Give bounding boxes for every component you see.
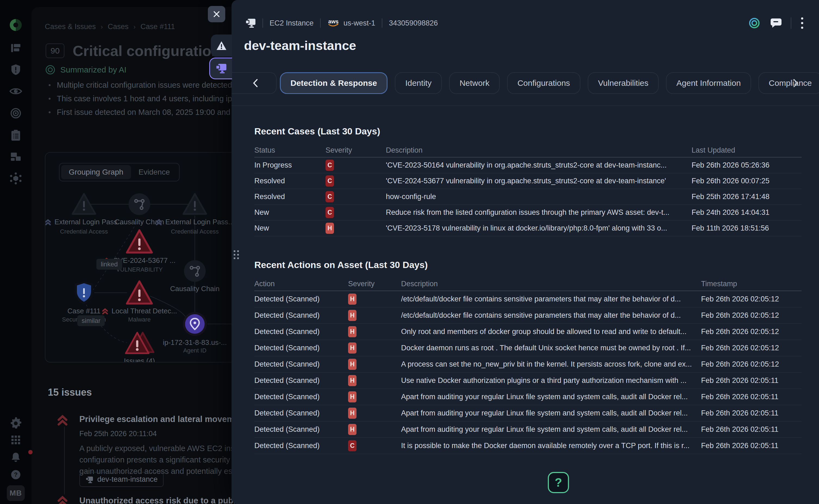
sidebar-item-settings[interactable] [10,417,22,429]
user-avatar[interactable]: MB [7,485,25,501]
issue-timestamp: Feb 25th 2026 20:11:04 [79,430,157,438]
table-row[interactable]: NewH'CVE-2023-5178 vulnerability in linu… [254,221,802,236]
description-cell: 'CVE-2023-5178 vulnerability in linux at… [386,224,692,232]
ai-assistant-icon[interactable] [747,16,761,30]
tab-detection-response[interactable]: Detection & Response [280,72,387,94]
graph-node-issues[interactable] [123,330,156,356]
table-row[interactable]: ResolvedC'CVE-2024-53677 vulnerability i… [254,173,802,189]
breadcrumb-cases[interactable]: Cases [108,23,129,31]
more-options-icon[interactable] [800,16,804,30]
timestamp-cell: Feb 26th 2026 02:05:12 [701,344,802,352]
tab-network[interactable]: Network [449,72,500,94]
status-cell: New [254,224,325,232]
graph-node-causality[interactable] [127,192,151,216]
sidebar-item-inventory[interactable] [10,152,22,162]
tabs-scroll-left-button[interactable] [247,72,263,94]
timestamp-cell: Feb 26th 2026 02:05:11 [701,425,802,434]
sidebar-item-compliance[interactable] [11,129,21,141]
asset-tag-chip[interactable]: dev-team-instance [79,472,164,487]
severity-cell: C [325,175,386,187]
sidebar-item-apps[interactable] [10,434,21,445]
column-header: Severity [325,146,386,155]
tab-vulnerabilities[interactable]: Vulnerabilities [588,72,659,94]
table-row[interactable]: Detected (Scanned)HUse native Docker aut… [254,373,802,389]
table-row[interactable]: Detected (Scanned)HApart from auditing y… [254,389,802,405]
graph-node-causality[interactable] [183,259,207,283]
divider [791,17,791,29]
table-row[interactable]: Detected (Scanned)HApart from auditing y… [254,421,802,438]
severity-chevrons-icon [57,495,68,504]
table-row[interactable]: ResolvedChow-config-ruleFeb 25th 2026 17… [254,189,802,205]
sidebar-item-attack-surface[interactable] [10,172,22,185]
table-row[interactable]: Detected (Scanned)HA process can set the… [254,356,802,373]
graph-node-malware[interactable] [124,279,155,306]
action-cell: Detected (Scanned) [254,442,348,450]
drawer-side-tab-alert[interactable] [211,34,232,57]
table-row[interactable]: Detected (Scanned)HApart from auditing y… [254,405,802,421]
description-cell: /etc/default/docker file contains sensit… [401,295,701,303]
divider [320,18,321,28]
severity-cell: H [348,310,401,321]
warning-triangle-icon [181,192,209,217]
tab-grouping-graph[interactable]: Grouping Graph [61,165,131,179]
severity-cell: H [348,342,401,354]
tabs-scroll-right-button[interactable] [787,72,804,94]
chat-icon[interactable] [770,17,782,29]
settings-gear-icon [10,417,22,429]
table-row[interactable]: Detected (Scanned)HOnly root and members… [254,324,802,340]
graph-node-alert[interactable] [70,192,98,217]
graph-view-switcher: Grouping Graph Evidence [59,163,180,181]
graph-node-vulnerability[interactable] [124,228,155,255]
tab-agent-information[interactable]: Agent Information [666,72,751,94]
chevron-left-icon [252,78,258,88]
warning-triangle-icon [216,41,227,51]
table-row[interactable]: Detected (Scanned)CIt is possible to mak… [254,438,802,454]
breadcrumb-cases-issues[interactable]: Cases & Issues [45,23,96,31]
sidebar-item-visibility[interactable] [9,87,22,96]
help-button[interactable]: ? [548,472,569,493]
graph-node-case[interactable] [73,280,95,305]
graph-node-agent[interactable] [182,311,208,337]
cloud-provider: aws us-west-1 [327,18,375,28]
severity-badge: H [348,310,356,321]
severity-cell: C [325,191,386,202]
sidebar-item-notifications[interactable] [0,452,32,463]
tab-evidence[interactable]: Evidence [131,165,177,179]
left-sidebar: ? MB [0,0,32,504]
sidebar-item-help[interactable]: ? [10,469,21,480]
recent-cases-heading: Recent Cases (Last 30 Days) [254,126,380,137]
ai-icon [46,65,55,74]
description-cell: 'CVE-2024-53677 vulnerability in org.apa… [386,177,692,185]
app-logo[interactable] [8,18,23,32]
ai-summary-bullet: •Multiple critical configuration issues … [48,78,243,92]
description-cell: A process can set the no_new_priv bit in… [401,360,701,368]
graph-node-alert[interactable] [181,192,209,217]
drawer-resize-handle[interactable] [234,250,239,259]
table-row[interactable]: Detected (Scanned)HDocker daemon runs as… [254,340,802,356]
timestamp-cell: Feb 26th 2026 02:05:12 [701,311,802,320]
sidebar-item-alerts[interactable] [10,64,21,75]
tab-configurations[interactable]: Configurations [507,72,580,94]
drawer-side-tab-asset[interactable] [209,58,232,79]
table-row[interactable]: Detected (Scanned)H/etc/default/docker f… [254,307,802,324]
close-drawer-button[interactable] [208,6,225,22]
sidebar-item-detection[interactable] [10,107,22,119]
inventory-icon [10,152,22,162]
severity-chevrons-icon [45,219,51,226]
action-cell: Detected (Scanned) [254,327,348,336]
table-row[interactable]: NewCReduce risk from the listed configur… [254,205,802,221]
region: us-west-1 [343,19,375,27]
breadcrumb-case-111[interactable]: Case #111 [140,23,175,31]
account-id: 343059098826 [389,19,438,27]
severity-cell: H [348,424,401,435]
table-header-row: StatusSeverityDescriptionLast Updated [254,143,802,157]
table-row[interactable]: In ProgressC'CVE-2023-50164 vulnerabilit… [254,157,802,173]
severity-cell: H [325,223,386,234]
severity-badge: H [348,375,356,386]
tab-identity[interactable]: Identity [395,72,442,94]
severity-cell: H [348,375,401,386]
instance-monitor-icon [85,476,93,483]
table-row[interactable]: Detected (Scanned)H/etc/default/docker f… [254,291,802,307]
action-cell: Detected (Scanned) [254,311,348,320]
sidebar-item-boards[interactable] [10,42,21,54]
